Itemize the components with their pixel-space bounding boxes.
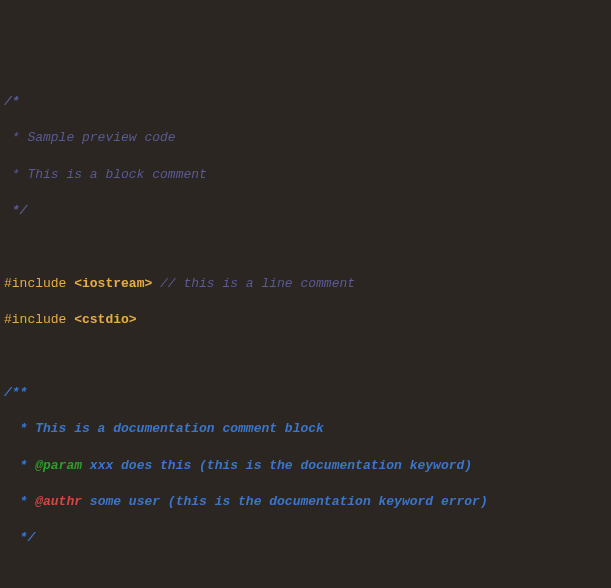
code-line [4, 238, 607, 256]
code-line: */ [4, 529, 607, 547]
code-line: /** [4, 384, 607, 402]
code-line: /* [4, 93, 607, 111]
code-line: * This is a block comment [4, 166, 607, 184]
code-line [4, 348, 607, 366]
code-line: #include <iostream> // this is a line co… [4, 275, 607, 293]
code-editor[interactable]: /* * Sample preview code * This is a blo… [0, 73, 611, 588]
code-line: * This is a documentation comment block [4, 420, 607, 438]
code-line: */ [4, 202, 607, 220]
code-line: * Sample preview code [4, 129, 607, 147]
code-line: * @authr some user (this is the document… [4, 493, 607, 511]
code-line [4, 566, 607, 584]
code-line: * @param xxx does this (this is the docu… [4, 457, 607, 475]
code-line: #include <cstdio> [4, 311, 607, 329]
